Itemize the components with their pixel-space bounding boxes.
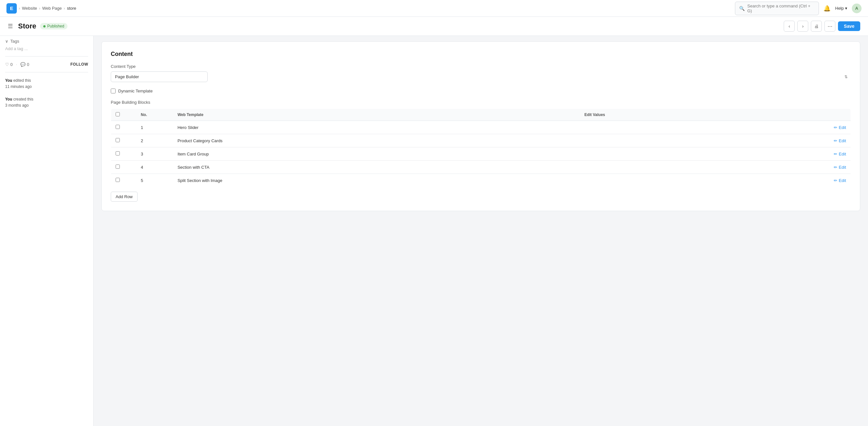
next-button[interactable]: › [797,21,808,32]
tags-label: Tags [10,39,19,44]
save-button[interactable]: Save [838,21,860,31]
row-no: 2 [136,134,173,147]
main-content: Content Content Type Page Builder Rich T… [94,34,868,219]
app-icon[interactable]: E [6,3,17,13]
table-header: No. Web Template Edit Values [111,109,851,121]
activity-time-1: 11 minutes ago [5,84,32,89]
select-all-checkbox[interactable] [116,112,120,116]
content-type-label: Content Type [111,64,851,69]
top-nav: E › Website › Web Page › store 🔍 Search … [0,0,868,17]
prev-button[interactable]: ‹ [784,21,795,32]
add-tag-button[interactable]: Add a tag ... [5,46,88,51]
bell-icon[interactable]: 🔔 [824,5,831,12]
breadcrumb-sep-1: › [19,6,20,11]
row-checkbox[interactable] [116,125,120,129]
dynamic-template-checkbox[interactable] [111,89,116,93]
content-section-title: Content [111,51,851,58]
help-button[interactable]: Help ▾ [835,6,847,11]
row-checkbox[interactable] [116,178,120,182]
row-template: Hero Slider [173,121,580,134]
edit-button[interactable]: ✏ Edit [806,165,846,170]
edit-button[interactable]: ✏ Edit [806,178,846,183]
page-header: ☰ Store Published ‹ › 🖨 ··· Save [0,17,868,36]
breadcrumb: › Website › Web Page › store [19,6,76,11]
activity-text-2: created this [13,97,33,102]
page-header-right: ‹ › 🖨 ··· Save [784,21,860,32]
row-checkbox[interactable] [116,165,120,169]
row-actions: ✏ Edit [802,161,851,174]
likes-item[interactable]: ♡ 0 [5,62,12,67]
row-no: 1 [136,121,173,134]
th-no: No. [136,109,173,121]
main-area: Content Content Type Page Builder Rich T… [94,34,868,426]
published-label: Published [47,24,64,28]
tags-header[interactable]: ∨ Tags [5,39,88,44]
tags-section: ∨ Tags Add a tag ... [5,39,88,51]
published-dot [43,25,45,27]
content-type-select[interactable]: Page Builder Rich Text Markdown [111,72,208,82]
help-label: Help [835,6,844,11]
edit-button[interactable]: ✏ Edit [806,151,846,157]
edit-button[interactable]: ✏ Edit [806,125,846,130]
print-button[interactable]: 🖨 [811,21,822,32]
edit-label: Edit [839,165,846,170]
breadcrumb-store[interactable]: store [67,6,76,11]
comments-item[interactable]: 💬 0 [20,62,29,67]
row-checkbox[interactable] [116,151,120,155]
row-actions: ✏ Edit [802,147,851,161]
row-template: Split Section with Image [173,174,580,187]
row-template: Item Card Group [173,147,580,161]
breadcrumb-website[interactable]: Website [22,6,37,11]
row-checkbox-cell [111,174,136,187]
table-row: 2 Product Category Cards ✏ Edit [111,134,851,147]
edit-label: Edit [839,138,846,143]
edit-button[interactable]: ✏ Edit [806,138,846,143]
pencil-icon: ✏ [834,178,837,183]
page-building-blocks-label: Page Building Blocks [111,100,851,105]
table-body: 1 Hero Slider ✏ Edit 2 Product Category … [111,121,851,187]
more-button[interactable]: ··· [825,21,835,32]
add-row-button[interactable]: Add Row [111,192,137,202]
row-no: 3 [136,147,173,161]
row-edit-values [580,161,802,174]
search-bar[interactable]: 🔍 Search or type a command (Ctrl + G) [735,2,819,15]
row-template: Section with CTA [173,161,580,174]
table-row: 4 Section with CTA ✏ Edit [111,161,851,174]
pencil-icon: ✏ [834,138,837,143]
dynamic-template-row: Dynamic Template [111,89,851,93]
topnav-right: 🔍 Search or type a command (Ctrl + G) 🔔 … [735,2,862,15]
pencil-icon: ✏ [834,151,837,157]
likes-count: 0 [10,62,12,67]
menu-icon[interactable]: ☰ [8,23,13,30]
dynamic-template-label: Dynamic Template [118,89,153,93]
row-checkbox-cell [111,121,136,134]
blocks-table: No. Web Template Edit Values 1 Hero Slid… [111,109,851,187]
layout: ∨ Tags Add a tag ... ♡ 0 · 💬 0 FOLLOW Yo… [0,34,868,426]
content-card: Content Content Type Page Builder Rich T… [101,41,860,211]
content-type-select-wrapper: Page Builder Rich Text Markdown ⇅ [111,72,851,82]
edit-label: Edit [839,178,846,183]
breadcrumb-sep-2: › [39,6,40,11]
heart-icon: ♡ [5,62,9,67]
row-actions: ✏ Edit [802,134,851,147]
row-no: 4 [136,161,173,174]
table-header-row: No. Web Template Edit Values [111,109,851,121]
page-title: Store [18,22,36,30]
pencil-icon: ✏ [834,125,837,130]
select-arrow-icon: ⇅ [844,75,848,79]
th-actions [802,109,851,121]
table-row: 3 Item Card Group ✏ Edit [111,147,851,161]
activity-item-1: You edited this 11 minutes ago [5,78,88,90]
row-checkbox-cell [111,161,136,174]
avatar[interactable]: A [852,4,862,13]
activity-item-2: You created this 3 months ago [5,96,88,109]
pencil-icon: ✏ [834,165,837,170]
row-edit-values [580,147,802,161]
row-actions: ✏ Edit [802,121,851,134]
row-edit-values [580,121,802,134]
breadcrumb-webpage[interactable]: Web Page [42,6,62,11]
row-checkbox[interactable] [116,138,120,142]
activity-actor-2: You [5,97,12,102]
follow-button[interactable]: FOLLOW [70,62,88,66]
activity-text-1: edited this [13,78,31,83]
